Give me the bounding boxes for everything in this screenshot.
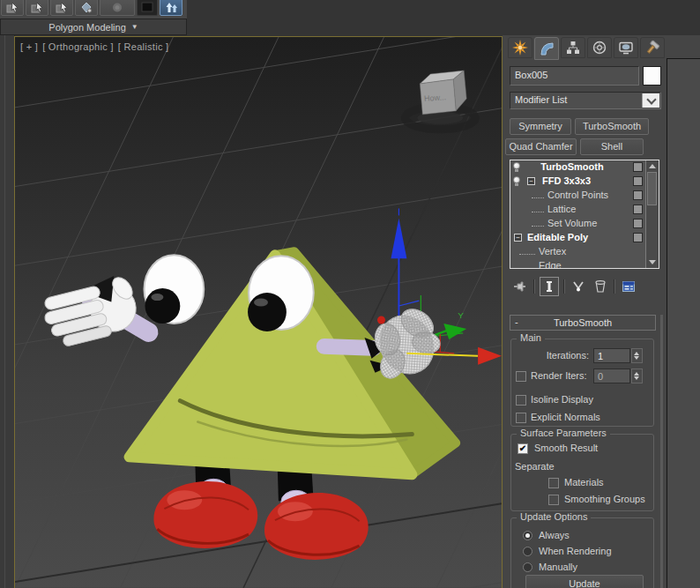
trash-icon	[593, 279, 607, 294]
make-unique-button[interactable]	[570, 278, 587, 295]
panel-scrollbar[interactable]	[660, 315, 663, 588]
scrollbar-thumb[interactable]	[647, 172, 657, 205]
visibility-bulb-icon[interactable]	[513, 176, 521, 187]
rollout-collapse-icon[interactable]: -	[515, 316, 518, 327]
viewport-menu-shading[interactable]: [ Realistic ]	[118, 41, 169, 52]
object-name-row: Box005	[503, 66, 666, 86]
ribbon-toolbar: Polygon Modeling ▼	[0, 0, 187, 35]
cube-label: How...	[424, 93, 447, 103]
select-mode-button-3[interactable]	[50, 0, 73, 16]
gem-icon	[79, 1, 93, 14]
collapse-box-icon[interactable]: −	[527, 177, 535, 185]
main-group: Main Iterations: 1 Render Iters: 0 Isoli…	[510, 339, 654, 427]
viewport-label[interactable]: [ + ] [ Orthographic ] [ Realistic ]	[20, 41, 168, 52]
smooth-result-checkbox[interactable]: ✔	[518, 443, 528, 454]
select-cube-icon	[5, 1, 19, 14]
render-iters-checkbox[interactable]	[516, 371, 526, 382]
tab-display[interactable]	[614, 37, 638, 58]
stack-row-lattice[interactable]: Lattice	[510, 203, 659, 217]
stack-row-toggle[interactable]	[633, 176, 643, 186]
polygon-modeling-dropdown[interactable]: Polygon Modeling ▼	[0, 19, 187, 35]
tree-leader	[519, 267, 535, 269]
always-radio[interactable]	[523, 531, 532, 540]
scroll-up-arrow[interactable]	[647, 161, 657, 171]
stack-scrollbar[interactable]	[645, 160, 659, 268]
smooth-result-label: Smooth Result	[534, 443, 598, 453]
modifier-list-dropdown-button[interactable]	[642, 93, 659, 108]
select-mode-button-1[interactable]	[1, 0, 24, 16]
quad-chamfer-button[interactable]: Quad Chamfer	[505, 138, 577, 155]
stack-row-turbosmooth[interactable]: TurboSmooth	[510, 160, 659, 175]
isoline-display-checkbox[interactable]	[516, 395, 526, 406]
tab-modify[interactable]	[534, 37, 559, 60]
toolbar-separator	[533, 279, 535, 294]
dark-toggle-button[interactable]	[137, 0, 158, 16]
stack-row-set-volume[interactable]: Set Volume	[510, 217, 659, 231]
collapse-box-icon[interactable]: −	[514, 234, 522, 242]
right-strip-top	[666, 35, 700, 58]
stack-row-ffd[interactable]: − FFD 3x3x3	[510, 175, 659, 189]
stack-item-label: Editable Poly	[527, 232, 588, 242]
stack-row-editable-poly[interactable]: − Editable Poly	[510, 231, 659, 245]
tab-utilities[interactable]	[640, 37, 665, 58]
stack-item-label: Control Points	[547, 190, 608, 200]
materials-checkbox[interactable]	[548, 478, 559, 488]
turbosmooth-button[interactable]: TurboSmooth	[575, 118, 649, 135]
stack-row-control-points[interactable]: Control Points	[510, 189, 659, 203]
stack-toolbar	[503, 276, 666, 297]
show-end-result-button[interactable]	[540, 277, 559, 296]
ribbon-toggle-button[interactable]	[160, 0, 182, 16]
stack-item-label: TurboSmooth	[510, 161, 634, 172]
display-monitor-icon	[618, 40, 634, 56]
shell-button[interactable]: Shell	[580, 138, 644, 155]
iterations-label: Iterations:	[511, 350, 589, 361]
stack-item-label: Set Volume	[547, 218, 597, 228]
symmetry-button[interactable]: Symmetry	[510, 118, 571, 135]
toolbar-separator	[614, 279, 615, 294]
explicit-normals-checkbox[interactable]	[516, 413, 526, 423]
materials-label: Materials	[564, 477, 604, 488]
dropdown-caret-icon: ▼	[131, 23, 138, 31]
stack-row-toggle[interactable]	[633, 162, 643, 172]
constraints-button[interactable]	[75, 0, 98, 16]
turbosmooth-rollout-header[interactable]: - TurboSmooth	[510, 315, 656, 331]
configure-modifier-sets-button[interactable]	[620, 278, 637, 295]
modifier-list-dropdown[interactable]: Modifier List	[510, 92, 661, 109]
iterations-field[interactable]: 1	[593, 348, 630, 363]
render-iters-field[interactable]: 0	[593, 368, 630, 383]
surface-parameters-label: Surface Parameters	[517, 428, 610, 438]
tab-motion[interactable]	[587, 37, 612, 58]
manually-radio[interactable]	[523, 562, 532, 572]
tab-hierarchy[interactable]	[561, 37, 585, 58]
object-name-field[interactable]: Box005	[510, 66, 639, 86]
stack-item-label: Edge	[539, 260, 562, 269]
iterations-spinner[interactable]	[631, 348, 643, 363]
remove-modifier-button[interactable]	[592, 278, 609, 295]
update-button[interactable]: Update	[525, 575, 644, 588]
surface-parameters-group: Surface Parameters ✔ Smooth Result Separ…	[510, 434, 654, 511]
ffd-control-point[interactable]	[377, 316, 385, 324]
pin-stack-button[interactable]	[511, 278, 529, 295]
select-mode-button-2[interactable]	[26, 0, 48, 16]
render-iters-spinner[interactable]	[631, 368, 643, 383]
stack-row-toggle[interactable]	[633, 219, 643, 228]
3dsmax-window: Polygon Modeling ▼	[0, 0, 700, 588]
viewport-menu-pov[interactable]: [ Orthographic ]	[42, 41, 114, 52]
make-unique-icon	[571, 279, 585, 294]
stack-row-vertex[interactable]: Vertex	[510, 245, 659, 259]
soft-selection-button[interactable]	[100, 0, 135, 16]
smoothing-groups-checkbox[interactable]	[548, 495, 559, 505]
viewport-menu-general[interactable]: [ + ]	[20, 41, 38, 52]
tab-create[interactable]	[508, 37, 532, 58]
stack-row-edge[interactable]: Edge	[510, 259, 659, 269]
stack-row-toggle[interactable]	[633, 233, 643, 242]
object-color-swatch[interactable]	[643, 66, 661, 86]
stack-row-toggle[interactable]	[633, 190, 643, 200]
update-options-label: Update Options	[517, 511, 591, 522]
configure-sets-icon	[622, 279, 636, 294]
toolbar-separator	[563, 279, 565, 294]
when-rendering-radio[interactable]	[523, 547, 532, 556]
stack-row-toggle[interactable]	[633, 205, 643, 214]
scroll-down-arrow[interactable]	[647, 257, 657, 267]
viewport[interactable]: How...	[14, 36, 503, 588]
